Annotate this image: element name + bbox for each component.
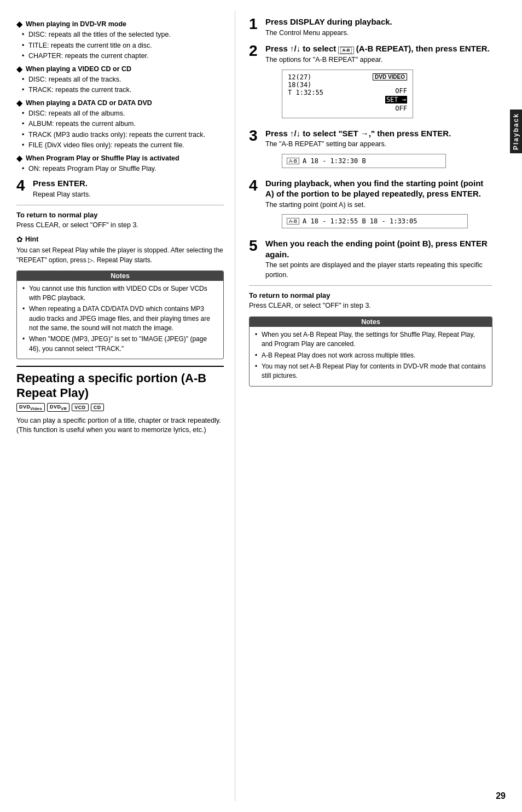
list-item: ON: repeats Program Play or Shuffle Play… [22, 164, 224, 174]
right-step-2-number: 2 [249, 43, 261, 59]
return-normal-play-left: To return to normal play Press CLEAR, or… [16, 211, 224, 231]
return-header-right: To return to normal play [249, 291, 492, 300]
return-text-right: Press CLEAR, or select "OFF" in step 3. [249, 301, 492, 311]
right-step-3-content: Press ↑/↓ to select "SET →," then press … [265, 128, 492, 172]
badge-sub-vr: VR [61, 407, 67, 411]
list-item: TRACK: repeats the current track. [22, 85, 224, 95]
notes-header-left: Notes [17, 271, 223, 281]
screen-opt-1: OFF [395, 87, 407, 95]
step-4-content: Press ENTER. Repeat Play starts. [33, 178, 224, 199]
notes-content-right: When you set A-B Repeat Play, the settin… [250, 327, 492, 386]
data-cd-dvd-list: DISC: repeats all of the albums. ALBUM: … [22, 109, 224, 151]
ab-repeat-bar-step3: A-B A 18 - 1:32:30 B [282, 154, 446, 168]
notes-item-right: When you set A-B Repeat Play, the settin… [255, 330, 486, 349]
divider-1 [16, 205, 224, 205]
dvd-vr-list: DISC: repeats all the titles of the sele… [22, 30, 224, 61]
notes-item: You cannot use this function with VIDEO … [22, 284, 218, 303]
right-step-1-content: Press DISPLAY during playback. The Contr… [265, 16, 492, 38]
right-step-4-number: 4 [249, 178, 261, 193]
right-step-3-number: 3 [249, 128, 261, 143]
notes-item: When repeating a DATA CD/DATA DVD which … [22, 304, 218, 333]
notes-item-right: You may not set A-B Repeat Play for cont… [255, 362, 486, 381]
ab-repeat-bar-step4: A-B A 18 - 1:32:55 B 18 - 1:33:05 [282, 214, 468, 228]
badge-dvd-video: DVDVideo [16, 403, 45, 412]
right-step-2-desc: The options for "A-B REPEAT" appear. [265, 55, 492, 65]
right-step-2-block: 2 Press ↑/↓ to select A-B (A-B REPEAT), … [249, 43, 492, 123]
screen-line-1: 12(27) [288, 73, 323, 81]
format-badges: DVDVideo DVDVR VCD CD [16, 403, 224, 412]
ab-repeat-intro: You can play a specific portion of a tit… [16, 416, 224, 435]
right-step-1-title: Press DISPLAY during playback. [265, 16, 492, 27]
right-step-2-title: Press ↑/↓ to select A-B (A-B REPEAT), th… [265, 43, 492, 54]
right-step-5-number: 5 [249, 238, 261, 254]
diamond-icon: ◆ [16, 154, 22, 163]
right-step-4-content: During playback, when you find the start… [265, 178, 492, 233]
left-top-bullets: ◆ When playing in DVD-VR mode DISC: repe… [16, 20, 224, 174]
list-item: TITLE: repeats the current title on a di… [22, 41, 224, 51]
ab-bar-text-2: A 18 - 1:32:55 B 18 - 1:33:05 [303, 217, 417, 225]
screen-row-1: 12(27) 18(34) T 1:32:55 DVD VIDEO OFF SE… [288, 73, 407, 112]
left-column: ◆ When playing in DVD-VR mode DISC: repe… [0, 11, 235, 801]
playback-side-tab: Playback [510, 110, 522, 153]
vcd-cd-header: ◆ When playing a VIDEO CD or CD [16, 65, 224, 73]
data-cd-dvd-header: ◆ When playing a DATA CD or DATA DVD [16, 99, 224, 107]
right-step-3-title: Press ↑/↓ to select "SET →," then press … [265, 128, 492, 139]
list-item: ALBUM: repeats the current album. [22, 119, 224, 129]
ab-repeat-section-title: Repeating a specific portion (A-B Repeat… [16, 366, 224, 400]
right-step-2-content: Press ↑/↓ to select A-B (A-B REPEAT), th… [265, 43, 492, 123]
return-header-left: To return to normal play [16, 211, 224, 219]
notes-content-left: You cannot use this function with VIDEO … [17, 281, 223, 359]
notes-box-left: Notes You cannot use this function with … [16, 270, 224, 360]
screen-right-side: DVD VIDEO OFF SET → OFF [373, 73, 407, 112]
hint-header: ✿ Hint [16, 235, 224, 244]
step-4-title: Press ENTER. [33, 178, 224, 189]
divider-right [249, 285, 492, 286]
diamond-icon: ◆ [16, 20, 22, 28]
hint-text: You can set Repeat Play while the player… [16, 245, 224, 265]
hint-label: Hint [25, 235, 38, 243]
badge-cd: CD [91, 404, 104, 411]
screen-line-2: 18(34) [288, 81, 323, 89]
badge-dvd-vr: DVDVR [47, 403, 69, 412]
ab-repeat-bar-icon: A-B [287, 158, 299, 164]
return-normal-play-right: To return to normal play Press CLEAR, or… [249, 291, 492, 311]
list-item: CHAPTER: repeats the current chapter. [22, 51, 224, 61]
list-item: DISC: repeats all the titles of the sele… [22, 30, 224, 40]
ab-bar-text: A 18 - 1:32:30 B [303, 157, 366, 165]
notes-header-right: Notes [250, 317, 492, 327]
right-step-4-desc: The starting point (point A) is set. [265, 200, 492, 210]
right-step-5-title: When you reach the ending point (point B… [265, 238, 492, 260]
right-step-4-title: During playback, when you find the start… [265, 178, 492, 199]
ab-repeat-bar-icon-2: A-B [287, 218, 299, 224]
diamond-icon: ◆ [16, 65, 22, 73]
return-text-left: Press CLEAR, or select "OFF" in step 3. [16, 221, 224, 231]
list-item: FILE (DivX video files only): repeats th… [22, 141, 224, 151]
notes-item-right: A-B Repeat Play does not work across mul… [255, 351, 486, 360]
right-step-3-desc: The "A-B REPEAT" setting bar appears. [265, 140, 492, 149]
screen-line-3: T 1:32:55 [288, 89, 323, 96]
page-number: 29 [496, 791, 506, 801]
step-4-block: 4 Press ENTER. Repeat Play starts. [16, 178, 224, 199]
repeat-icon: A-B [340, 47, 351, 54]
diamond-icon: ◆ [16, 99, 22, 107]
right-step-4-block: 4 During playback, when you find the sta… [249, 178, 492, 233]
right-column: 1 Press DISPLAY during playback. The Con… [235, 11, 509, 801]
screen-opt-2-selected: SET → [385, 96, 407, 103]
ab-icon-small: A-B [338, 47, 353, 54]
dvd-vr-header: ◆ When playing in DVD-VR mode [16, 20, 224, 28]
screen-col-left: 12(27) 18(34) T 1:32:55 [288, 73, 323, 112]
badge-sub-video: Video [31, 407, 42, 411]
hint-icon: ✿ [16, 235, 23, 244]
right-step-1-desc: The Control Menu appears. [265, 28, 492, 38]
list-item: DISC: repeats all of the albums. [22, 109, 224, 119]
right-step-3-block: 3 Press ↑/↓ to select "SET →," then pres… [249, 128, 492, 172]
list-item: DISC: repeats all of the tracks. [22, 75, 224, 85]
vcd-cd-list: DISC: repeats all of the tracks. TRACK: … [22, 75, 224, 95]
notes-box-right: Notes When you set A-B Repeat Play, the … [249, 316, 492, 387]
badge-vcd: VCD [72, 404, 89, 411]
right-step-1-number: 1 [249, 16, 261, 32]
list-item: TRACK (MP3 audio tracks only): repeats t… [22, 130, 224, 140]
right-step-5-block: 5 When you reach the ending point (point… [249, 238, 492, 280]
program-shuffle-header: ◆ When Program Play or Shuffle Play is a… [16, 154, 224, 163]
notes-list-left: You cannot use this function with VIDEO … [22, 284, 218, 354]
